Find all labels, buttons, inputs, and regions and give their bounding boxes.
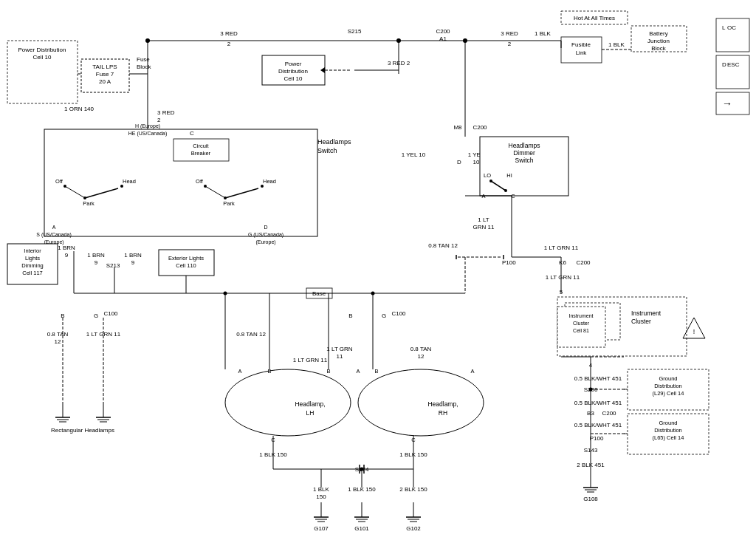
power-dist-cell10-label: Power Distribution [18, 47, 66, 53]
s-uscanada-label: S (US/Canada) [36, 232, 71, 238]
g-right-label: G [382, 312, 386, 319]
one-blk-150-g107b: 150 [316, 493, 326, 500]
one-brn-9-label2: 9 [65, 252, 69, 259]
fusible-link-label: Fusible [571, 41, 591, 48]
c200-a1-label: C200 [436, 28, 450, 35]
svg-point-23 [120, 185, 123, 188]
zero8-tan-12-label: 0.8 TAN 12 [428, 242, 458, 249]
s213-label: S213 [106, 262, 120, 269]
s215-label: S215 [348, 28, 362, 35]
instrument-cluster-cell81-label3: Cell 81 [573, 328, 589, 333]
ground-dist-l29-label3: (L29) Cell 14 [653, 390, 684, 397]
warning-symbol: ! [693, 328, 695, 335]
one-brn-9-label5: 1 BRN [124, 252, 142, 259]
b-right-label: B [348, 312, 352, 319]
power-dist-block-label2: Distribution [278, 68, 308, 75]
ground-dist-l29-label: Ground [659, 375, 677, 382]
svg-rect-78 [716, 55, 749, 89]
ground-dist-l65-label2: Distribution [654, 427, 682, 434]
ten-label: 10 [473, 159, 480, 165]
ground-dist-l65-label: Ground [659, 420, 677, 426]
head-label2: Head [263, 178, 276, 185]
zero5-blk-wht-451-label: 0.5 BLK/WHT 451 [574, 375, 622, 382]
a-rh-label: A [470, 368, 474, 375]
num2-vert-label: 2 [157, 117, 161, 123]
c200-b3-label: C200 [602, 410, 616, 417]
battery-junction-label3: Block [651, 45, 667, 52]
dimmer-switch-label: Headlamps [509, 142, 540, 149]
exterior-lights-label: Exterior Lights [168, 255, 204, 262]
p100-bottom-label: P100 [590, 435, 604, 442]
d-top-label: D [457, 159, 461, 165]
d-label: D [264, 225, 267, 230]
zero5-blk-wht-451-label3: 0.5 BLK/WHT 451 [574, 422, 622, 428]
fuse-block-label2: Block [137, 64, 152, 70]
he-uscanada-label: HE (US/Canada) [128, 131, 168, 137]
one-brn-9-label4: 9 [94, 259, 98, 266]
k6-c200-label: K6 [559, 259, 566, 266]
tail-lps-label2: Fuse 7 [96, 71, 114, 78]
svg-point-32 [504, 189, 507, 192]
a-label: A [52, 225, 56, 230]
eleven-right2: 11 [337, 353, 343, 360]
g107-label: G107 [314, 525, 329, 532]
interior-lights-label4: Cell 117 [22, 270, 43, 276]
g101-label: G101 [354, 525, 369, 532]
twelve-left: 12 [55, 338, 61, 345]
dimmer-switch-label3: Switch [515, 157, 533, 164]
svg-point-38 [358, 369, 484, 436]
arrow-label: → [722, 98, 732, 109]
a-lh-label2: A [356, 368, 360, 375]
zero8-tan-12-right: 0.8 TAN 12 [236, 331, 266, 338]
loc-l-label: L [722, 24, 726, 31]
tail-lps-label: TAIL LPS [92, 64, 117, 70]
one-lt-grn-11-k6: 1 LT GRN 11 [546, 274, 580, 281]
fuse-block-label: Fuse [137, 56, 150, 63]
three-red-label: 3 RED [220, 30, 238, 37]
svg-point-99 [224, 292, 227, 295]
headlamps-switch-label: Headlamps [317, 138, 351, 146]
one-blk-top: 1 BLK [608, 41, 625, 48]
wiring-diagram: Hot At All Times Battery Junction Block … [0, 0, 756, 540]
svg-point-100 [371, 292, 375, 295]
ground-dist-l65-label3: (L65) Cell 14 [653, 434, 684, 441]
headlamp-rh-label2: RH [439, 409, 447, 417]
c100-right-label: C100 [391, 310, 406, 317]
c200-a1-label2: A1 [439, 35, 447, 42]
svg-point-84 [463, 38, 467, 43]
park-label2: Park [223, 200, 235, 207]
headlamps-switch-label2: Switch [317, 147, 337, 154]
headlamp-rh-label: Headlamp, [427, 400, 458, 408]
num2-label: 2 [227, 41, 231, 47]
dimmer-switch-label2: Dimmer [513, 149, 535, 157]
loc-oc-label: OC [727, 24, 736, 31]
one-brn-9-label6: 9 [131, 259, 135, 266]
svg-point-37 [225, 369, 351, 436]
b-rh-label: B [374, 368, 378, 375]
one-brn-9-label3: 1 BRN [87, 252, 105, 259]
svg-point-21 [63, 185, 66, 188]
p100-label: P100 [502, 259, 516, 266]
svg-point-31 [489, 180, 492, 182]
power-dist-block-label3: Cell 10 [284, 75, 303, 82]
g102-label: G102 [406, 525, 421, 532]
interior-lights-label2: Lights [25, 255, 40, 262]
tail-lps-label3: 20 A [99, 78, 111, 85]
one-lt-grn-11-label: 1 LT [478, 216, 489, 223]
g-left-label: G [94, 312, 98, 319]
head-label: Head [123, 178, 136, 185]
twelve-right2: 12 [418, 353, 425, 360]
circuit-breaker-label2: Breaker [191, 150, 211, 157]
hot-at-all-times-label: Hot At All Times [574, 15, 615, 21]
off-label: Off [55, 178, 63, 185]
c200-mid-label: C200 [576, 259, 591, 266]
zero5-blk-wht-451-label2: 0.5 BLK/WHT 451 [574, 400, 622, 406]
g108-label: G108 [583, 496, 598, 502]
hi-label: HI [506, 172, 512, 179]
power-dist-cell10-label2: Cell 10 [33, 54, 52, 61]
c200-top-label: C200 [472, 124, 487, 131]
instrument-cluster-cell81-label2: Cluster [573, 321, 590, 326]
svg-point-83 [396, 38, 401, 43]
exterior-lights-label2: Cell 110 [176, 262, 196, 269]
zero8-tan-12-left: 0.8 TAN [47, 331, 69, 338]
